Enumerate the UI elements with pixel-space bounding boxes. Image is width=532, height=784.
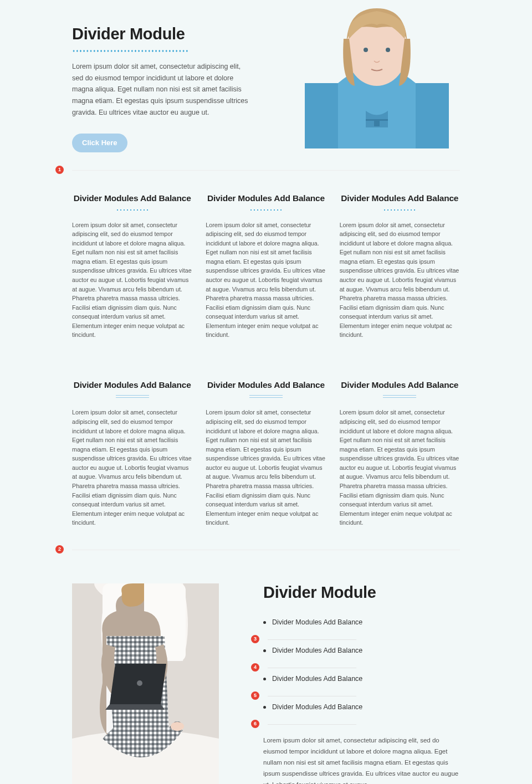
svg-rect-4 <box>366 119 388 121</box>
double-line-divider <box>116 394 149 399</box>
dotted-divider-small <box>383 208 416 212</box>
feature-card: Divider Modules Add Balance Lorem ipsum … <box>72 193 192 340</box>
feature-body: Lorem ipsum dolor sit amet, consectetur … <box>72 408 192 527</box>
hero-section: Divider Module Lorem ipsum dolor sit ame… <box>0 0 532 152</box>
annotation-marker-2: 2 <box>55 545 64 554</box>
feature-card: Divider Modules Add Balance Lorem ipsum … <box>340 380 460 527</box>
svg-point-17 <box>171 722 184 731</box>
dotted-divider-small <box>249 208 283 212</box>
feature-body: Lorem ipsum dolor sit amet, consectetur … <box>340 221 460 340</box>
bullet-list: Divider Modules Add Balance 3 Divider Mo… <box>263 618 460 725</box>
click-here-button[interactable]: Click Here <box>72 134 127 152</box>
feature-title: Divider Modules Add Balance <box>72 193 192 203</box>
list-item: Divider Modules Add Balance <box>263 703 460 718</box>
dotted-divider-small <box>116 208 149 212</box>
feature-title: Divider Modules Add Balance <box>340 193 460 203</box>
feature-card: Divider Modules Add Balance Lorem ipsum … <box>206 380 326 527</box>
list-item-label: Divider Modules Add Balance <box>272 618 362 626</box>
laptop-person-image <box>72 583 219 784</box>
bottom-text: Divider Module Divider Modules Add Balan… <box>263 583 460 784</box>
svg-point-2 <box>364 48 368 52</box>
feature-title: Divider Modules Add Balance <box>206 380 326 390</box>
bottom-section: Divider Module Divider Modules Add Balan… <box>0 550 532 784</box>
hero-title: Divider Module <box>72 25 249 43</box>
list-item: Divider Modules Add Balance <box>263 675 460 689</box>
feature-title: Divider Modules Add Balance <box>206 193 326 203</box>
hero-paragraph: Lorem ipsum dolor sit amet, consectetur … <box>72 61 249 118</box>
features-row-2: Divider Modules Add Balance Lorem ipsum … <box>0 357 532 527</box>
annotation-marker-6: 6 <box>251 720 259 728</box>
section-divider-1: 1 <box>72 170 460 171</box>
list-divider <box>268 696 356 696</box>
feature-title: Divider Modules Add Balance <box>340 380 460 390</box>
annotation-marker-5: 5 <box>251 691 259 700</box>
feature-card: Divider Modules Add Balance Lorem ipsum … <box>72 380 192 527</box>
feature-body: Lorem ipsum dolor sit amet, consectetur … <box>72 221 192 340</box>
section-divider-2: 2 <box>72 550 460 550</box>
bottom-title: Divider Module <box>263 583 460 602</box>
list-item-label: Divider Modules Add Balance <box>272 703 362 711</box>
feature-body: Lorem ipsum dolor sit amet, consectetur … <box>340 408 460 527</box>
feature-body: Lorem ipsum dolor sit amet, consectetur … <box>206 221 326 340</box>
bottom-paragraph: Lorem ipsum dolor sit amet, consectetur … <box>263 735 460 784</box>
hero-person-image <box>294 0 460 148</box>
double-line-divider <box>249 394 283 399</box>
feature-title: Divider Modules Add Balance <box>72 380 192 390</box>
annotation-marker-4: 4 <box>251 663 259 672</box>
list-item-label: Divider Modules Add Balance <box>272 647 362 654</box>
list-item-label: Divider Modules Add Balance <box>272 675 362 683</box>
dotted-divider <box>72 49 188 53</box>
feature-body: Lorem ipsum dolor sit amet, consectetur … <box>206 408 326 527</box>
svg-point-16 <box>137 680 142 686</box>
list-divider <box>268 668 356 668</box>
svg-rect-5 <box>374 121 380 126</box>
feature-card: Divider Modules Add Balance Lorem ipsum … <box>206 193 326 340</box>
annotation-marker-3: 3 <box>251 635 259 643</box>
feature-card: Divider Modules Add Balance Lorem ipsum … <box>340 193 460 340</box>
hero-text: Divider Module Lorem ipsum dolor sit ame… <box>72 17 249 152</box>
list-item: Divider Modules Add Balance <box>263 647 460 661</box>
svg-point-3 <box>386 48 390 52</box>
features-row-1: Divider Modules Add Balance Lorem ipsum … <box>0 171 532 340</box>
list-divider <box>268 724 356 725</box>
list-item: Divider Modules Add Balance <box>263 618 460 633</box>
double-line-divider <box>383 394 416 399</box>
list-divider <box>268 639 356 640</box>
